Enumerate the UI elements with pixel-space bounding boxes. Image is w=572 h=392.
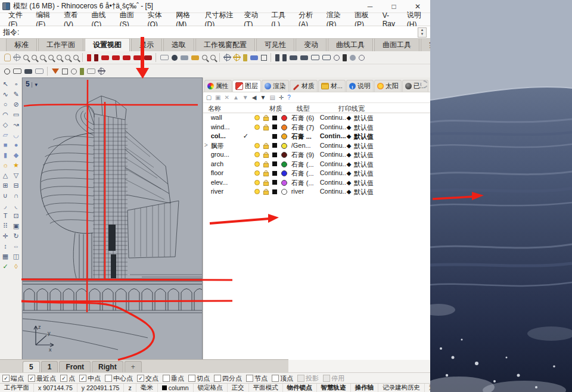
trim-tool-icon[interactable]: △ — [0, 172, 11, 179]
osnap-中点[interactable]: ✓中点 — [79, 374, 101, 383]
display-color-swatch[interactable] — [272, 143, 277, 148]
flash-tool-icon[interactable]: ★ — [11, 162, 21, 169]
status-物件锁点[interactable]: 物件锁点 — [283, 384, 317, 392]
viewport-tab-Right[interactable]: Right — [92, 361, 123, 373]
layer-row-飘带[interactable]: >飘带/Gen...Continu...◆默认值 — [203, 141, 430, 151]
move-view-icon[interactable] — [14, 54, 20, 61]
explode-tool-icon[interactable]: ☼ — [0, 162, 11, 169]
box-tool-icon[interactable]: ■ — [0, 142, 11, 148]
display-color-swatch[interactable] — [272, 189, 277, 194]
select-tool-icon[interactable]: ↖ — [0, 81, 11, 88]
crosshair-icon[interactable] — [224, 54, 231, 61]
osnap-停用[interactable]: 停用 — [323, 374, 344, 383]
checkbox-icon[interactable]: ✓ — [2, 375, 10, 382]
polygon-tool-icon[interactable]: ◇ — [0, 122, 11, 128]
ribbon-tab-工作平面[interactable]: 工作平面 — [38, 38, 83, 51]
panel-tab-材质[interactable]: 材质 — [290, 80, 318, 92]
status-操作轴[interactable]: 操作轴 — [351, 384, 379, 392]
scale-tool-icon[interactable]: ↕ — [0, 243, 11, 250]
layer-color-swatch[interactable] — [281, 133, 287, 139]
vray-dome-icon[interactable] — [71, 69, 77, 74]
render-screen-icon[interactable] — [181, 55, 188, 60]
layer-print-width[interactable]: 默认值 — [354, 142, 374, 151]
layer-row-wall[interactable]: wall石膏 (6)Continu...◆默认值 — [203, 113, 430, 123]
osnap-切点[interactable]: 切点 — [188, 374, 210, 383]
ribbon-tab-曲面工具[interactable]: 曲面工具 — [374, 38, 419, 51]
tag-tool-icon[interactable]: ◊ — [11, 263, 21, 270]
lock-icon[interactable] — [263, 191, 269, 195]
layer-print-width[interactable]: 默认值 — [354, 151, 374, 160]
sphere-tool-icon[interactable]: ● — [11, 142, 21, 148]
gear-icon[interactable] — [420, 80, 428, 88]
zoom-window-icon[interactable] — [32, 55, 37, 60]
ribbon-tab-曲线工具[interactable]: 曲线工具 — [328, 38, 373, 51]
layer-color-swatch[interactable] — [281, 161, 287, 167]
fillet-tool-icon[interactable]: ◞ — [0, 203, 11, 209]
layer-color-swatch[interactable] — [281, 152, 287, 158]
help-icon[interactable]: ? — [287, 94, 291, 101]
delete-layer-icon[interactable]: ✕ — [225, 94, 229, 101]
lock-icon[interactable] — [263, 163, 269, 167]
osnap-中心点[interactable]: 中心点 — [105, 374, 133, 383]
layer-material[interactable]: 石膏 (... — [291, 160, 319, 169]
layer-linetype[interactable]: Continu... — [320, 169, 346, 176]
header-name[interactable]: 名称 — [208, 104, 221, 113]
layer-color-swatch[interactable] — [281, 180, 287, 186]
checkbox-icon[interactable] — [188, 375, 195, 382]
panel-tab-图层[interactable]: 图层 — [232, 80, 261, 92]
rectangle-tool-icon[interactable]: ▭ — [11, 111, 21, 118]
layer-tools-icon[interactable]: ✛ — [279, 94, 284, 101]
cylinder-tool-icon[interactable]: ▮ — [0, 152, 11, 158]
zoom-extents-icon[interactable] — [48, 55, 54, 60]
vray-render-1-icon[interactable] — [101, 55, 109, 60]
osnap-垂点[interactable]: 垂点 — [163, 374, 184, 383]
vray-render-5-icon[interactable] — [144, 55, 152, 60]
layer-row-river[interactable]: riverriverContinu...◆默认值 — [203, 187, 430, 197]
header-material[interactable]: 材质 — [269, 104, 282, 113]
copy-layer-icon[interactable]: ▣ — [215, 94, 220, 101]
visibility-bulb-icon[interactable] — [254, 143, 260, 148]
layer-material[interactable]: 石膏 (... — [291, 179, 319, 188]
ribbon-tab-显示[interactable]: 显示 — [131, 38, 162, 51]
layer-linetype[interactable]: Contin... — [320, 132, 346, 139]
status-智慧轨迹[interactable]: 智慧轨迹 — [317, 384, 351, 392]
visibility-bulb-icon[interactable] — [254, 125, 260, 130]
lock-icon[interactable] — [263, 117, 269, 121]
viewport-tab-5[interactable]: 5 — [23, 361, 40, 373]
ribbon-tab-变动[interactable]: 变动 — [296, 38, 327, 51]
viewport-tab-Front[interactable]: Front — [59, 361, 91, 373]
ribbon-tab-选取[interactable]: 选取 — [163, 38, 194, 51]
layer-linetype[interactable]: Continu... — [320, 151, 346, 158]
check-tool-icon[interactable]: ✓ — [0, 263, 11, 270]
status-记录建构历史[interactable]: 记录建构历史 — [378, 384, 425, 392]
checkbox-icon[interactable]: ✓ — [28, 375, 35, 382]
cplane-2-icon[interactable] — [282, 54, 287, 61]
display-color-swatch[interactable] — [272, 161, 277, 166]
select-layer-objects-icon[interactable]: ▤ — [269, 94, 275, 101]
osnap-节点[interactable]: 节点 — [246, 374, 268, 383]
curve-tool-icon[interactable]: ∿ — [0, 91, 11, 98]
display-color-swatch[interactable] — [272, 180, 277, 185]
circle-tool-icon[interactable]: ○ — [0, 101, 11, 108]
crosshair-sun-icon[interactable] — [234, 54, 240, 61]
layer-print-width[interactable]: 默认值 — [354, 169, 374, 178]
visibility-bulb-icon[interactable] — [254, 189, 260, 194]
osnap-最近点[interactable]: ✓最近点 — [28, 374, 56, 383]
zoom-selected-icon[interactable] — [40, 55, 45, 60]
freeform-tool-icon[interactable]: ↝ — [11, 122, 21, 128]
header-printwidth[interactable]: 打印线宽 — [338, 104, 365, 113]
layer-linetype[interactable]: Continu... — [320, 123, 346, 130]
layer-material[interactable]: 石膏 ... — [291, 132, 319, 141]
layer-color-swatch[interactable] — [281, 170, 287, 176]
layer-linetype[interactable]: Continu... — [320, 179, 346, 186]
rotate-tool-icon[interactable]: ↻ — [11, 233, 21, 239]
checkbox-icon[interactable] — [105, 375, 112, 382]
vray-grass-icon[interactable] — [80, 68, 84, 75]
checkbox-icon[interactable] — [214, 375, 221, 382]
sketch-tool-icon[interactable]: ✎ — [11, 91, 21, 98]
ribbon-tab-可见性[interactable]: 可见性 — [256, 38, 294, 51]
vray-monitor-light-icon[interactable] — [35, 69, 43, 74]
layer-row-floor[interactable]: floor石膏 (...Continu...◆默认值 — [203, 169, 430, 178]
walk-view-icon[interactable] — [343, 54, 347, 61]
viewport-tab-+[interactable]: + — [125, 361, 142, 373]
